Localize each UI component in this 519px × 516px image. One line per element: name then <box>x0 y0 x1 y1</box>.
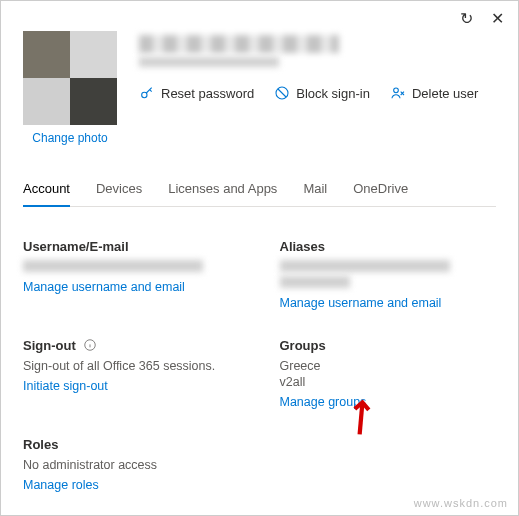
section-signout: Sign-out Sign-out of all Office 365 sess… <box>23 338 240 409</box>
delete-user-button[interactable]: Delete user <box>390 85 478 101</box>
section-title: Sign-out <box>23 338 240 353</box>
refresh-icon[interactable]: ↻ <box>460 9 473 28</box>
section-roles: Roles No administrator access Manage rol… <box>23 437 240 492</box>
svg-point-2 <box>394 88 399 93</box>
section-title: Username/E-mail <box>23 239 240 254</box>
initiate-signout-link[interactable]: Initiate sign-out <box>23 379 108 393</box>
signout-desc: Sign-out of all Office 365 sessions. <box>23 359 240 373</box>
manage-username-link[interactable]: Manage username and email <box>23 280 185 294</box>
user-subtitle <box>139 57 279 67</box>
manage-aliases-link[interactable]: Manage username and email <box>280 296 442 310</box>
reset-password-button[interactable]: Reset password <box>139 85 254 101</box>
svg-point-0 <box>142 92 147 97</box>
avatar <box>23 31 117 125</box>
close-icon[interactable]: ✕ <box>491 9 504 28</box>
info-icon[interactable] <box>83 338 97 352</box>
alias-value-1 <box>280 260 450 272</box>
section-title: Roles <box>23 437 240 452</box>
manage-roles-link[interactable]: Manage roles <box>23 478 99 492</box>
watermark: www.wskdn.com <box>414 497 508 509</box>
alias-value-2 <box>280 276 350 288</box>
tab-mail[interactable]: Mail <box>303 181 327 206</box>
section-groups: Groups Greece v2all Manage groups <box>280 338 497 409</box>
tab-account[interactable]: Account <box>23 181 70 206</box>
change-photo-link[interactable]: Change photo <box>32 131 107 145</box>
user-header: Change photo Reset password Block sign-i… <box>23 31 496 145</box>
block-icon <box>274 85 290 101</box>
user-display-name <box>139 35 339 53</box>
tab-onedrive[interactable]: OneDrive <box>353 181 408 206</box>
group-item: v2all <box>280 375 497 389</box>
section-username: Username/E-mail Manage username and emai… <box>23 239 240 310</box>
username-value <box>23 260 203 272</box>
user-remove-icon <box>390 85 406 101</box>
section-title: Groups <box>280 338 497 353</box>
tab-devices[interactable]: Devices <box>96 181 142 206</box>
key-icon <box>139 85 155 101</box>
block-signin-button[interactable]: Block sign-in <box>274 85 370 101</box>
tab-bar: Account Devices Licenses and Apps Mail O… <box>23 181 496 207</box>
section-aliases: Aliases Manage username and email <box>280 239 497 310</box>
section-title: Aliases <box>280 239 497 254</box>
roles-desc: No administrator access <box>23 458 240 472</box>
tab-licenses[interactable]: Licenses and Apps <box>168 181 277 206</box>
group-item: Greece <box>280 359 497 373</box>
